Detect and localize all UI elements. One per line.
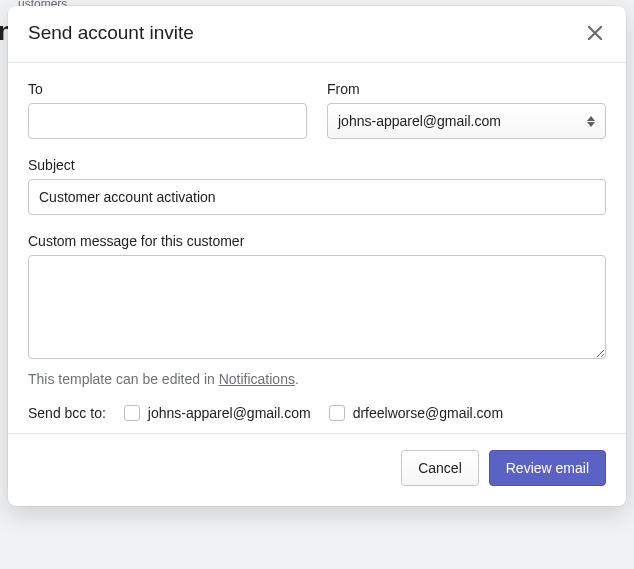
bcc-label: Send bcc to: <box>28 405 106 421</box>
close-icon <box>588 26 602 40</box>
subject-input[interactable] <box>28 179 606 215</box>
custom-message-label: Custom message for this customer <box>28 233 606 249</box>
modal-body: To From johns-apparel@gmail.com Subject … <box>8 63 626 433</box>
template-hint-prefix: This template can be edited in <box>28 371 219 387</box>
modal-title: Send account invite <box>28 22 194 44</box>
review-email-button[interactable]: Review email <box>489 450 606 486</box>
close-button[interactable] <box>584 22 606 44</box>
modal-footer: Cancel Review email <box>8 433 626 506</box>
bcc-option[interactable]: drfeelworse@gmail.com <box>329 405 503 421</box>
bcc-option[interactable]: johns-apparel@gmail.com <box>124 405 311 421</box>
bcc-row: Send bcc to: johns-apparel@gmail.com drf… <box>28 405 606 421</box>
send-account-invite-modal: Send account invite To From johns-appare… <box>8 6 626 506</box>
checkbox[interactable] <box>329 405 345 421</box>
bcc-option-email: drfeelworse@gmail.com <box>353 405 503 421</box>
template-hint-suffix: . <box>295 371 299 387</box>
checkbox[interactable] <box>124 405 140 421</box>
custom-message-textarea[interactable] <box>28 255 606 359</box>
from-label: From <box>327 81 606 97</box>
template-hint: This template can be edited in Notificat… <box>28 371 606 387</box>
bcc-option-email: johns-apparel@gmail.com <box>148 405 311 421</box>
from-select[interactable]: johns-apparel@gmail.com <box>327 103 606 139</box>
cancel-button[interactable]: Cancel <box>401 450 479 486</box>
subject-label: Subject <box>28 157 606 173</box>
modal-header: Send account invite <box>8 6 626 63</box>
select-caret-icon <box>587 116 595 127</box>
to-label: To <box>28 81 307 97</box>
notifications-link[interactable]: Notifications <box>219 371 295 387</box>
to-input[interactable] <box>28 103 307 139</box>
from-selected-value: johns-apparel@gmail.com <box>338 113 501 129</box>
